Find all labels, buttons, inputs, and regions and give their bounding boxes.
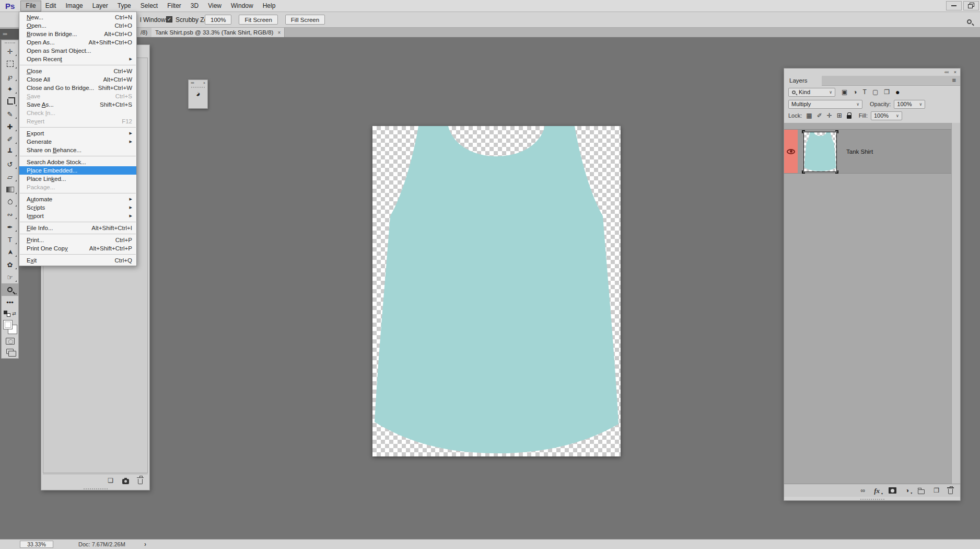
smudge-tool[interactable]: ∾	[2, 208, 18, 221]
menubar-item-select[interactable]: Select	[136, 1, 162, 11]
foreground-color-swatch[interactable]	[3, 320, 13, 329]
panel-resize-grip[interactable]	[84, 488, 108, 489]
brush-tool[interactable]: ✐	[2, 133, 18, 145]
layer-name[interactable]: Tank Shirt	[846, 148, 873, 155]
close-icon[interactable]: ×	[954, 70, 956, 75]
crop-tool[interactable]	[2, 95, 18, 108]
lock-pixels-toggle[interactable]: ✐	[817, 112, 822, 119]
opacity-dropdown[interactable]: 100% ∨	[894, 100, 925, 109]
rectangular-marquee-tool[interactable]	[2, 58, 18, 70]
lock-artboard-toggle[interactable]: ⊞	[837, 112, 842, 119]
panel-menu-icon[interactable]: ≡	[952, 76, 956, 84]
menubar-item-file[interactable]: File	[21, 1, 40, 11]
layers-scrollbar[interactable]	[951, 123, 960, 484]
status-options-chevron[interactable]: ›	[144, 540, 146, 549]
file-menu-item-close-all[interactable]: Close AllAlt+Ctrl+W	[19, 75, 136, 84]
gradient-tool[interactable]	[2, 183, 18, 196]
filter-smart-objects-button[interactable]: ❐	[884, 89, 890, 95]
menubar-item-edit[interactable]: Edit	[41, 1, 61, 11]
eraser-tool[interactable]: ▱	[2, 170, 18, 183]
file-menu-item-open[interactable]: Open...Ctrl+O	[19, 21, 136, 30]
minimize-button[interactable]	[946, 1, 962, 10]
file-menu-item-export[interactable]: Export▶	[19, 129, 136, 138]
toolbar-grip[interactable]	[5, 42, 15, 43]
file-menu-item-open-as[interactable]: Open As...Alt+Shift+Ctrl+O	[19, 38, 136, 47]
file-menu-item-new[interactable]: New...Ctrl+N	[19, 13, 136, 21]
horizontal-type-tool[interactable]: T	[2, 233, 18, 246]
file-menu-item-generate[interactable]: Generate▶	[19, 138, 136, 146]
layer-visibility-cell[interactable]	[784, 130, 798, 173]
file-menu-item-automate[interactable]: Automate▶	[19, 195, 136, 203]
file-menu-item-close[interactable]: CloseCtrl+W	[19, 67, 136, 75]
file-menu-item-place-linked[interactable]: Place Linked...	[19, 175, 136, 183]
layer-row-tank-shirt[interactable]: Tank Shirt	[784, 129, 951, 174]
panel-grip[interactable]	[191, 87, 205, 88]
edit-toolbar-button[interactable]: •••	[2, 296, 18, 308]
filter-shape-layers-button[interactable]: ▢	[872, 89, 878, 95]
delete-state-button[interactable]	[138, 477, 143, 484]
filter-kind-dropdown[interactable]: Kind ∨	[788, 88, 835, 97]
file-menu-item-open-as-smart-object[interactable]: Open as Smart Object...	[19, 47, 136, 55]
zoom-level-field[interactable]: 33.33%	[20, 541, 53, 548]
file-menu-item-save-as[interactable]: Save As...Shift+Ctrl+S	[19, 100, 136, 109]
new-group-button[interactable]	[918, 487, 925, 494]
adjustments-icon[interactable]: ◑	[193, 89, 203, 99]
close-icon[interactable]: ×	[203, 81, 205, 85]
adjustment-layer-button[interactable]: ◑	[905, 487, 909, 494]
add-layer-mask-button[interactable]	[889, 487, 896, 494]
lock-position-toggle[interactable]: ✛	[827, 112, 832, 119]
filter-pixel-layers-button[interactable]: ▣	[842, 89, 847, 95]
file-menu-item-search-adobe-stock[interactable]: Search Adobe Stock...	[19, 158, 136, 166]
new-layer-button[interactable]: ❐	[934, 487, 939, 494]
filter-type-layers-button[interactable]: T	[863, 89, 867, 95]
filter-adjustment-layers-button[interactable]: ◑	[853, 89, 857, 95]
file-menu-item-browse-in-bridge[interactable]: Browse in Bridge...Alt+Ctrl+O	[19, 30, 136, 38]
new-document-from-state-button[interactable]: ❏	[108, 477, 113, 484]
file-menu-item-place-embedded[interactable]: Place Embedded...	[19, 166, 136, 175]
menubar-item-3d[interactable]: 3D	[186, 1, 203, 11]
scrubby-zoom-checkbox[interactable]: ✓	[166, 16, 172, 22]
layer-thumbnail[interactable]	[803, 132, 837, 172]
file-menu-item-share-on-behance[interactable]: Share on Behance...	[19, 146, 136, 154]
hand-tool[interactable]: ☞	[2, 271, 18, 283]
eyedropper-tool[interactable]: ✎	[2, 108, 18, 120]
file-menu-item-scripts[interactable]: Scripts▶	[19, 203, 136, 212]
expand-panel-button[interactable]: »»	[191, 81, 194, 85]
lock-all-toggle[interactable]	[847, 112, 851, 119]
toolbar-collapse-button[interactable]: »»	[0, 29, 20, 39]
screen-mode-button[interactable]	[6, 349, 14, 354]
blur-tool[interactable]	[2, 196, 18, 208]
delete-layer-button[interactable]	[948, 487, 953, 494]
default-colors-button[interactable]	[4, 311, 10, 317]
move-tool[interactable]: ✛	[2, 45, 18, 58]
menubar-item-view[interactable]: View	[203, 1, 226, 11]
quick-mask-mode-button[interactable]	[6, 338, 15, 345]
file-menu-item-import[interactable]: Import▶	[19, 212, 136, 220]
lock-transparency-toggle[interactable]: ▦	[806, 112, 812, 119]
menubar-item-help[interactable]: Help	[258, 1, 281, 11]
menubar-item-type[interactable]: Type	[113, 1, 136, 11]
file-menu-item-print-one-copy[interactable]: Print One CopyAlt+Shift+Ctrl+P	[19, 244, 136, 253]
file-menu-item-file-info[interactable]: File Info...Alt+Shift+Ctrl+I	[19, 224, 136, 232]
menubar-item-image[interactable]: Image	[61, 1, 87, 11]
file-menu-item-exit[interactable]: ExitCtrl+Q	[19, 256, 136, 265]
collapse-panels-button[interactable]: ««	[944, 70, 949, 75]
layers-tab[interactable]: Layers	[784, 76, 822, 86]
close-icon[interactable]: ×	[277, 30, 281, 36]
swap-colors-icon[interactable]: ⇄	[12, 311, 16, 316]
options-button-fit-screen[interactable]: Fit Screen	[239, 15, 277, 25]
spot-healing-brush-tool[interactable]: ✚	[2, 120, 18, 133]
menubar-item-filter[interactable]: Filter	[162, 1, 186, 11]
blend-mode-dropdown[interactable]: Multiply ∨	[788, 100, 862, 109]
history-brush-tool[interactable]: ↺	[2, 158, 18, 170]
options-button-fill-screen[interactable]: Fill Screen	[285, 15, 325, 25]
path-selection-tool[interactable]: ➤	[2, 246, 18, 258]
menubar-item-window[interactable]: Window	[226, 1, 258, 11]
document-canvas[interactable]	[372, 126, 621, 456]
pen-tool[interactable]: ✒	[2, 221, 18, 233]
file-menu-item-close-and-go-to-bridge[interactable]: Close and Go to Bridge...Shift+Ctrl+W	[19, 84, 136, 92]
menubar-item-layer[interactable]: Layer	[88, 1, 113, 11]
restore-button[interactable]	[963, 1, 979, 10]
active-document-tab[interactable]: Tank Shirt.psb @ 33.3% (Tank Shirt, RGB/…	[151, 28, 285, 37]
file-menu-item-open-recent[interactable]: Open Recent▶	[19, 55, 136, 63]
